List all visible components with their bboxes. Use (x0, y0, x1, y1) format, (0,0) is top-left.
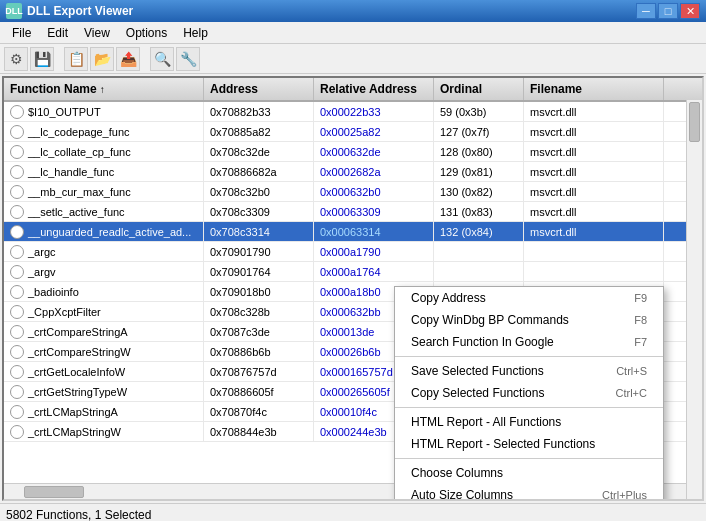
ctx-item-label: HTML Report - All Functions (411, 415, 561, 429)
ctx-item-label: Choose Columns (411, 466, 503, 480)
toolbar-btn-export[interactable]: 📤 (116, 47, 140, 71)
col-fn-label: Function Name (10, 82, 97, 96)
table-row[interactable]: __unguarded_readlc_active_ad... 0x708c33… (4, 222, 702, 242)
menu-file[interactable]: File (4, 24, 39, 42)
cell-rel: 0x0002682a (314, 162, 434, 181)
cell-fn: __lc_collate_cp_func (4, 142, 204, 161)
ctx-menu-item[interactable]: HTML Report - Selected Functions (395, 433, 663, 455)
window-controls[interactable]: ─ □ ✕ (636, 3, 700, 19)
col-relative-address[interactable]: Relative Address (314, 78, 434, 100)
col-file-label: Filename (530, 82, 582, 96)
scrollbar-vertical[interactable] (686, 100, 702, 499)
ctx-item-label: Save Selected Functions (411, 364, 544, 378)
cell-rel: 0x00063309 (314, 202, 434, 221)
scroll-v-thumb[interactable] (689, 102, 700, 142)
ctx-item-label: Search Function In Google (411, 335, 554, 349)
fn-name: _crtLCMapStringW (28, 426, 121, 438)
close-button[interactable]: ✕ (680, 3, 700, 19)
fn-name: _argc (28, 246, 56, 258)
cell-fn: _crtLCMapStringA (4, 402, 204, 421)
row-icon (10, 105, 24, 119)
row-icon (10, 405, 24, 419)
cell-fn: __lc_codepage_func (4, 122, 204, 141)
col-filename[interactable]: Filename (524, 78, 664, 100)
cell-addr: 0x708c3309 (204, 202, 314, 221)
toolbar-btn-open[interactable]: 📂 (90, 47, 114, 71)
ctx-item-shortcut: Ctrl+S (616, 365, 647, 377)
cell-fn: __mb_cur_max_func (4, 182, 204, 201)
ctx-menu-item[interactable]: Copy Selected FunctionsCtrl+C (395, 382, 663, 404)
cell-filename: msvcrt.dll (524, 202, 664, 221)
cell-fn: _crtGetLocaleInfoW (4, 362, 204, 381)
minimize-button[interactable]: ─ (636, 3, 656, 19)
cell-fn: __unguarded_readlc_active_ad... (4, 222, 204, 241)
ctx-separator (395, 458, 663, 459)
cell-ord: 129 (0x81) (434, 162, 524, 181)
col-function-name[interactable]: Function Name ↑ (4, 78, 204, 100)
table-row[interactable]: __lc_codepage_func 0x70885a82 0x00025a82… (4, 122, 702, 142)
main-content: Function Name ↑ Address Relative Address… (2, 76, 704, 501)
menu-options[interactable]: Options (118, 24, 175, 42)
cell-rel: 0x00063314 (314, 222, 434, 241)
fn-name: __lc_handle_func (28, 166, 114, 178)
row-icon (10, 145, 24, 159)
menu-bar: File Edit View Options Help (0, 22, 706, 44)
menu-edit[interactable]: Edit (39, 24, 76, 42)
ctx-menu-item[interactable]: Copy WinDbg BP CommandsF8 (395, 309, 663, 331)
menu-help[interactable]: Help (175, 24, 216, 42)
ctx-item-label: Copy WinDbg BP Commands (411, 313, 569, 327)
cell-addr: 0x708c3314 (204, 222, 314, 241)
fn-name: _argv (28, 266, 56, 278)
table-header: Function Name ↑ Address Relative Address… (4, 78, 702, 102)
menu-view[interactable]: View (76, 24, 118, 42)
row-icon (10, 245, 24, 259)
cell-ord (434, 242, 524, 261)
ctx-menu-item[interactable]: Copy AddressF9 (395, 287, 663, 309)
toolbar-btn-settings[interactable]: ⚙ (4, 47, 28, 71)
ctx-menu-item[interactable]: Search Function In GoogleF7 (395, 331, 663, 353)
table-row[interactable]: __lc_handle_func 0x70886682a 0x0002682a … (4, 162, 702, 182)
ctx-item-label: Copy Selected Functions (411, 386, 544, 400)
cell-addr: 0x708c328b (204, 302, 314, 321)
col-ord-label: Ordinal (440, 82, 482, 96)
cell-ord: 131 (0x83) (434, 202, 524, 221)
col-address[interactable]: Address (204, 78, 314, 100)
toolbar-btn-tool[interactable]: 🔧 (176, 47, 200, 71)
fn-name: $I10_OUTPUT (28, 106, 101, 118)
cell-addr: 0x70886605f (204, 382, 314, 401)
row-icon (10, 205, 24, 219)
col-addr-label: Address (210, 82, 258, 96)
row-icon (10, 125, 24, 139)
toolbar-btn-copy[interactable]: 📋 (64, 47, 88, 71)
table-row[interactable]: $I10_OUTPUT 0x70882b33 0x00022b33 59 (0x… (4, 102, 702, 122)
table-row[interactable]: __setlc_active_func 0x708c3309 0x0006330… (4, 202, 702, 222)
toolbar-btn-save[interactable]: 💾 (30, 47, 54, 71)
table-row[interactable]: _argc 0x70901790 0x000a1790 (4, 242, 702, 262)
table-row[interactable]: __mb_cur_max_func 0x708c32b0 0x000632b0 … (4, 182, 702, 202)
scroll-h-thumb[interactable] (24, 486, 84, 498)
cell-ord (434, 262, 524, 281)
cell-filename (524, 242, 664, 261)
cell-addr: 0x708844e3b (204, 422, 314, 441)
ctx-menu-item[interactable]: HTML Report - All Functions (395, 411, 663, 433)
maximize-button[interactable]: □ (658, 3, 678, 19)
table-row[interactable]: _argv 0x70901764 0x000a1764 (4, 262, 702, 282)
cell-ord: 127 (0x7f) (434, 122, 524, 141)
row-icon (10, 345, 24, 359)
window-title: DLL Export Viewer (27, 4, 133, 18)
fn-name: _crtGetStringTypeW (28, 386, 127, 398)
ctx-menu-item[interactable]: Save Selected FunctionsCtrl+S (395, 360, 663, 382)
col-ordinal[interactable]: Ordinal (434, 78, 524, 100)
cell-fn: __setlc_active_func (4, 202, 204, 221)
cell-fn: _badioinfo (4, 282, 204, 301)
cell-fn: _argc (4, 242, 204, 261)
table-row[interactable]: __lc_collate_cp_func 0x708c32de 0x000632… (4, 142, 702, 162)
cell-ord: 128 (0x80) (434, 142, 524, 161)
cell-filename: msvcrt.dll (524, 142, 664, 161)
status-text: 5802 Functions, 1 Selected (6, 508, 151, 522)
ctx-menu-item[interactable]: Choose Columns (395, 462, 663, 484)
cell-fn: _crtLCMapStringW (4, 422, 204, 441)
toolbar-btn-search[interactable]: 🔍 (150, 47, 174, 71)
cell-addr: 0x708c32de (204, 142, 314, 161)
ctx-menu-item[interactable]: Auto Size ColumnsCtrl+Plus (395, 484, 663, 501)
